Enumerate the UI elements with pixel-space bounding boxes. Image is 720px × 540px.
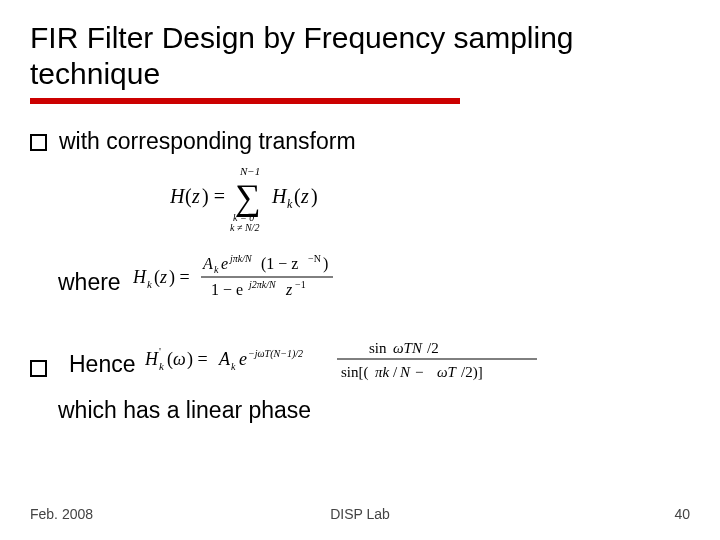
- svg-text:−: −: [415, 364, 423, 380]
- footer-page: 40: [674, 506, 690, 522]
- formula-svg: H k ( z ) = A k e jπk/N (1 − z −N ) 1 − …: [133, 251, 393, 305]
- svg-text:j2πk/N: j2πk/N: [247, 279, 277, 290]
- svg-text:k: k: [159, 360, 165, 372]
- svg-text:/2: /2: [427, 340, 439, 356]
- svg-text:): ): [323, 255, 328, 273]
- svg-text:k: k: [287, 197, 293, 211]
- formula-svg: H ( z ) = N−1 ∑ k = 0 k ≠ N/2 H k ( z ): [170, 163, 370, 233]
- bullet-text: Hence: [69, 349, 135, 380]
- svg-text:ω: ω: [173, 349, 186, 369]
- svg-text:): ): [311, 185, 318, 208]
- svg-text:k: k: [147, 278, 153, 290]
- svg-text:ωT: ωT: [437, 364, 458, 380]
- svg-text:H: H: [271, 185, 288, 207]
- svg-text:) =: ) =: [187, 349, 208, 370]
- svg-text:z: z: [300, 185, 309, 207]
- svg-text:(: (: [185, 185, 192, 208]
- svg-text:πk: πk: [375, 364, 390, 380]
- svg-text:k ≠ N/2: k ≠ N/2: [230, 222, 259, 233]
- svg-text:sin[(: sin[(: [341, 364, 369, 381]
- svg-text:k: k: [231, 361, 236, 372]
- svg-text:ωTN: ωTN: [393, 340, 423, 356]
- bullet-text: with corresponding transform: [59, 126, 356, 157]
- svg-text:/2)]: /2)]: [461, 364, 483, 381]
- svg-text:e: e: [221, 255, 228, 272]
- svg-text:1 − e: 1 − e: [211, 281, 243, 298]
- slide-footer: Feb. 2008 DISP Lab 40: [0, 506, 720, 522]
- bullet-box-icon: [30, 134, 47, 151]
- svg-text:k: k: [214, 264, 219, 275]
- conclusion-text: which has a linear phase: [58, 395, 690, 426]
- svg-text:N−1: N−1: [239, 165, 260, 177]
- where-line: where H k ( z ) = A k e jπk/N (1 − z −N …: [58, 251, 690, 313]
- footer-org: DISP Lab: [330, 506, 390, 522]
- svg-text:N: N: [399, 364, 411, 380]
- slide-title: FIR Filter Design by Frequency sampling …: [30, 20, 690, 92]
- svg-text:(: (: [294, 185, 301, 208]
- svg-text:−1: −1: [295, 279, 306, 290]
- svg-text:sin: sin: [369, 340, 387, 356]
- equation-2: H k ( z ) = A k e jπk/N (1 − z −N ) 1 − …: [133, 251, 393, 313]
- svg-text:z: z: [159, 267, 167, 287]
- svg-text:) =: ) =: [202, 185, 225, 208]
- svg-text:e: e: [239, 349, 247, 369]
- svg-text:z: z: [191, 185, 200, 207]
- svg-text:/: /: [393, 364, 398, 380]
- footer-date: Feb. 2008: [30, 506, 93, 522]
- svg-text:': ': [159, 345, 161, 357]
- where-label: where: [58, 267, 121, 298]
- bullet-box-icon: [30, 360, 47, 377]
- svg-text:∑: ∑: [235, 177, 261, 217]
- svg-text:−N: −N: [308, 253, 321, 264]
- equation-3: H ' k ( ω ) = A k e −jωT(N−1)/2 sin ωTN …: [145, 335, 575, 393]
- svg-text:−jωT(N−1)/2: −jωT(N−1)/2: [248, 348, 303, 360]
- bullet-item: with corresponding transform: [30, 126, 690, 157]
- formula-svg: H ' k ( ω ) = A k e −jωT(N−1)/2 sin ωTN …: [145, 335, 575, 385]
- svg-text:A: A: [202, 255, 213, 272]
- svg-text:H: H: [170, 185, 186, 207]
- svg-text:H: H: [145, 349, 159, 369]
- slide-body: with corresponding transform H ( z ) = N…: [30, 126, 690, 426]
- title-divider: [30, 98, 460, 104]
- svg-text:H: H: [133, 267, 147, 287]
- svg-text:) =: ) =: [169, 267, 190, 288]
- svg-text:z: z: [285, 281, 293, 298]
- svg-text:(1 − z: (1 − z: [261, 255, 298, 273]
- svg-text:A: A: [218, 349, 231, 369]
- svg-text:jπk/N: jπk/N: [228, 253, 253, 264]
- equation-1: H ( z ) = N−1 ∑ k = 0 k ≠ N/2 H k ( z ): [170, 163, 690, 241]
- bullet-item: Hence H ' k ( ω ) = A k e −jωT(N−1)/2 si…: [30, 335, 690, 393]
